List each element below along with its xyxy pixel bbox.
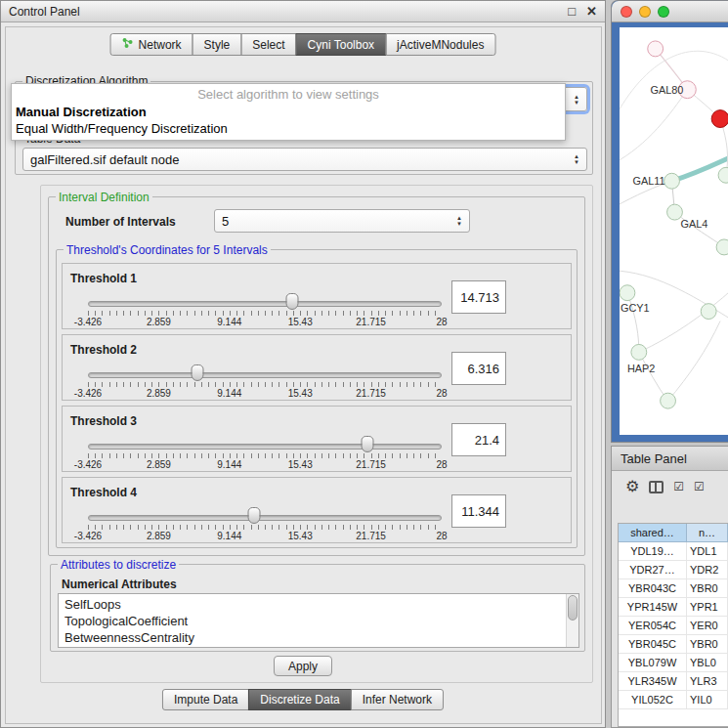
tab-select[interactable]: Select [240, 33, 296, 56]
tab-jactivemnodules[interactable]: jActiveMNodules [385, 33, 495, 56]
table-cell[interactable]: YPR1 [687, 598, 728, 616]
tab-label: Select [252, 38, 284, 52]
table-panel-title: Table Panel [621, 451, 687, 466]
tab-label: Style [204, 38, 231, 52]
interval-definition-title: Interval Definition [56, 191, 152, 204]
table-data-select[interactable]: galFiltered.sif default node ▲▼ [22, 148, 587, 171]
table-cell[interactable]: YBL079W [619, 654, 687, 671]
slider-track[interactable] [88, 444, 442, 450]
table-cell[interactable]: YDR27… [619, 561, 687, 578]
slider-track[interactable] [88, 301, 442, 307]
threshold-value-field[interactable]: 14.713 [451, 280, 506, 314]
dropdown-option-manual[interactable]: Manual Discretization [12, 104, 565, 120]
node-label: HAP2 [627, 363, 655, 374]
threshold-value-field[interactable]: 6.316 [451, 352, 506, 385]
dropdown-option-equal-width[interactable]: Equal Width/Frequency Discretization [12, 120, 565, 137]
network-edge[interactable] [639, 288, 728, 353]
table-row[interactable]: YLR345WYLR3 [619, 672, 728, 691]
table-row[interactable]: YDL19…YDL1 [619, 542, 728, 561]
network-node[interactable] [661, 393, 676, 408]
threshold-4-panel: Threshold 4 -3.4262.8599.14415.4321.7152… [62, 477, 572, 543]
number-of-intervals-select[interactable]: 5 ▲▼ [214, 209, 470, 233]
table-cell[interactable]: YBR0 [687, 635, 728, 653]
network-canvas[interactable]: GAL80GAL11GAL4GCY1HAP2 [620, 27, 728, 435]
tab-discretize-data[interactable]: Discretize Data [248, 689, 351, 710]
network-node[interactable] [711, 110, 728, 128]
columns-icon[interactable] [649, 481, 664, 493]
zoom-traffic-light-icon[interactable] [658, 6, 669, 18]
attribute-list-item[interactable]: BetweennessCentrality [64, 629, 566, 646]
attribute-list-items: SelfLoopsTopologicalCoefficientBetweenne… [59, 596, 566, 647]
column-header-name[interactable]: n… [687, 524, 728, 542]
table-cell[interactable]: YBL0 [687, 654, 728, 671]
slider-tick-labels: -3.4262.8599.14415.4321.71528 [88, 459, 442, 471]
table-row[interactable]: YER054CYER0 [619, 617, 728, 635]
list-scrollbar[interactable] [566, 594, 578, 647]
table-row[interactable]: YIL052CYIL0 [619, 691, 728, 709]
tab-impute-data[interactable]: Impute Data [162, 689, 249, 710]
network-node[interactable] [648, 41, 664, 57]
slider-track[interactable] [88, 372, 442, 378]
table-cell[interactable]: YDL1 [687, 542, 728, 560]
table-cell[interactable]: YDR2 [687, 561, 728, 578]
tab-infer-network[interactable]: Infer Network [351, 689, 444, 710]
apply-button[interactable]: Apply [274, 656, 332, 676]
table-cell[interactable]: YBR045C [619, 635, 687, 653]
table-row[interactable]: YBR045CYBR0 [619, 635, 728, 654]
tab-label: Discretize Data [260, 693, 339, 707]
attribute-list-item[interactable]: SelfLoops [64, 596, 566, 613]
slider-track[interactable] [88, 515, 442, 521]
threshold-value-field[interactable]: 11.344 [451, 494, 506, 528]
table-row[interactable]: YPR145WYPR1 [619, 598, 728, 617]
tab-network[interactable]: Network [110, 33, 193, 56]
minimize-traffic-light-icon[interactable] [639, 6, 651, 18]
attribute-list-item[interactable]: TopologicalCoefficient [64, 613, 566, 629]
gear-icon[interactable]: ⚙ [625, 479, 639, 494]
table-cell[interactable]: YER0 [687, 617, 728, 634]
slider-thumb[interactable] [361, 436, 373, 452]
table-row[interactable]: YBL079WYBL0 [619, 654, 728, 672]
network-node[interactable] [664, 173, 680, 189]
column-header-shared-name[interactable]: shared… [619, 524, 687, 542]
tab-label: Impute Data [174, 693, 237, 707]
table-cell[interactable]: YBR043C [619, 579, 687, 597]
table-cell[interactable]: YLR345W [619, 672, 687, 690]
node-label: GCY1 [621, 302, 650, 314]
network-edge[interactable] [639, 352, 668, 401]
network-edge[interactable] [668, 321, 721, 402]
select-all-icon[interactable]: ☑ [673, 481, 684, 492]
table-cell[interactable]: YPR145W [619, 598, 687, 616]
table-cell[interactable]: YER054C [619, 617, 687, 634]
network-edge[interactable] [620, 90, 687, 164]
close-traffic-light-icon[interactable] [621, 6, 632, 18]
table-row[interactable]: YBR043CYBR0 [619, 579, 728, 598]
network-node[interactable] [631, 344, 647, 360]
slider-thumb[interactable] [192, 364, 204, 381]
threshold-value-field[interactable]: 21.4 [451, 423, 506, 456]
table-cell[interactable]: YIL052C [619, 691, 687, 708]
network-node[interactable] [701, 304, 716, 320]
table-cell[interactable]: YDL19… [619, 542, 687, 560]
table-cell[interactable]: YBR0 [687, 579, 728, 597]
tick-label: 21.715 [356, 388, 386, 399]
close-window-icon[interactable]: ✕ [586, 1, 597, 22]
scrollbar-thumb[interactable] [568, 595, 578, 621]
table-panel-toolbar: ⚙ ☑ ☑ [612, 473, 705, 500]
slider-thumb[interactable] [248, 507, 261, 524]
slider-thumb[interactable] [285, 293, 298, 310]
network-node[interactable] [716, 239, 728, 255]
network-node[interactable] [718, 167, 728, 183]
tab-style[interactable]: Style [193, 33, 242, 56]
window-title: Control Panel [9, 5, 80, 19]
select-none-icon[interactable]: ☑ [694, 481, 705, 492]
slider-ticks [88, 311, 442, 316]
network-node[interactable] [620, 285, 635, 301]
numerical-attributes-list[interactable]: SelfLoopsTopologicalCoefficientBetweenne… [58, 593, 579, 648]
table-row[interactable]: YDR27…YDR2 [619, 561, 728, 579]
network-graph: GAL80GAL11GAL4GCY1HAP2 [620, 27, 728, 435]
table-cell[interactable]: YIL0 [687, 691, 728, 708]
tick-label: 21.715 [356, 317, 386, 327]
float-window-icon[interactable]: □ [568, 1, 576, 22]
tab-cyni-toolbox[interactable]: Cyni Toolbox [296, 33, 386, 56]
table-cell[interactable]: YLR3 [687, 672, 728, 690]
